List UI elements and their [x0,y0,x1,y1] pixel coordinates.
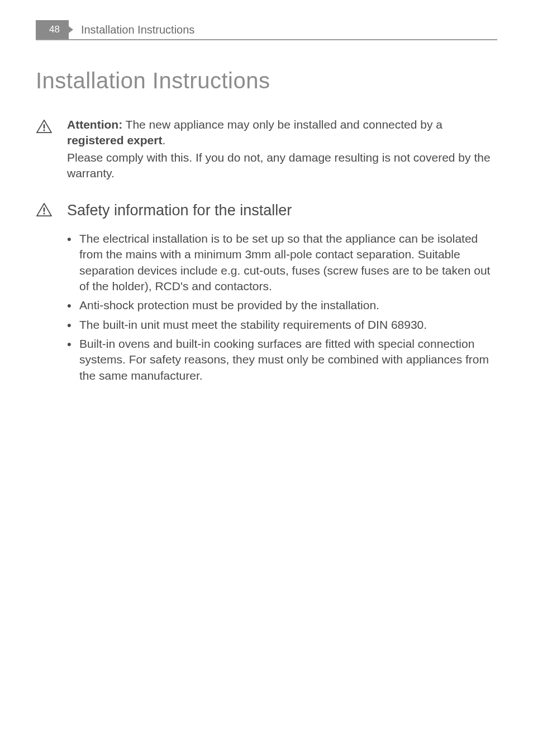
svg-rect-0 [44,124,45,128]
svg-rect-3 [44,213,45,215]
list-item: The electrical installation is to be set… [67,231,497,294]
bullet-text: The built-in unit must meet the stabilit… [79,318,427,331]
page-number-text: 48 [49,24,60,35]
page: 48 Installation Instructions Installatio… [0,20,533,387]
attention-text: Attention: The new appliance may only be… [67,117,497,182]
icon-column [36,117,67,182]
warning-icon [36,119,53,134]
safety-heading: Safety information for the installer [67,200,497,220]
safety-section: Safety information for the installer The… [36,200,497,387]
attention-text-before: The new appliance may only be installed … [122,118,442,131]
svg-rect-2 [44,208,45,212]
content: Installation Instructions Attention: The… [0,40,533,387]
header-bar: 48 Installation Instructions [36,20,497,40]
bullet-text: Anti-shock protection must be provided b… [79,299,379,311]
attention-label: Attention: [67,118,122,131]
running-title: Installation Instructions [81,23,194,36]
svg-rect-1 [44,130,45,131]
list-item: The built-in unit must meet the stabilit… [67,317,497,333]
icon-column [36,200,67,387]
page-number: 48 [36,20,69,39]
bullet-text: Built-in ovens and built-in cooking surf… [79,337,489,382]
bullet-text: The electrical installation is to be set… [79,232,490,292]
main-heading: Installation Instructions [36,68,497,93]
warning-icon [36,202,53,217]
safety-text: Safety information for the installer The… [67,200,497,387]
safety-bullet-list: The electrical installation is to be set… [67,231,497,384]
attention-text-after: . [162,134,165,147]
attention-section: Attention: The new appliance may only be… [36,117,497,182]
attention-bold-term: registered expert [67,134,162,147]
attention-paragraph-1: Attention: The new appliance may only be… [67,117,497,149]
attention-paragraph-2: Please comply with this. If you do not, … [67,150,497,182]
list-item: Built-in ovens and built-in cooking surf… [67,336,497,384]
list-item: Anti-shock protection must be provided b… [67,297,497,313]
